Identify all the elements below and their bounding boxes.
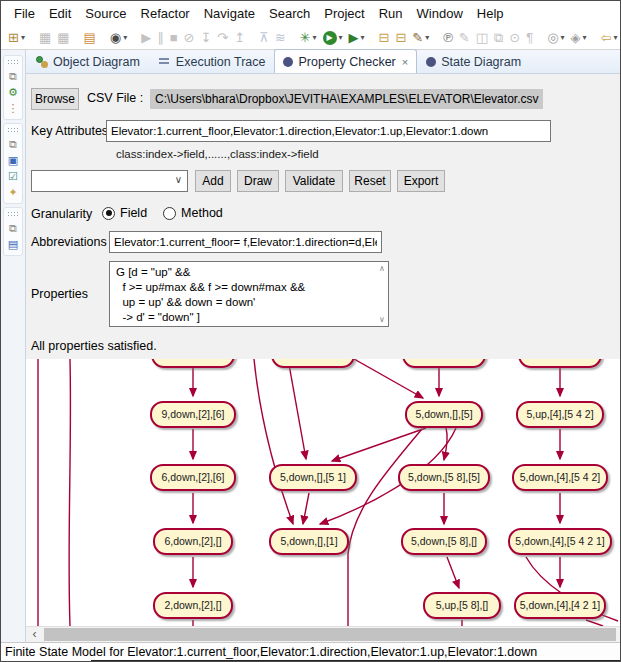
tasks-view-icon[interactable]: ☑	[4, 168, 22, 184]
radio-field-control[interactable]	[102, 207, 115, 220]
add-button[interactable]: Add	[195, 170, 231, 192]
reset-button[interactable]: Reset	[349, 170, 391, 192]
dropdown-caret-icon[interactable]: ▾	[21, 33, 25, 42]
browse-button[interactable]: Browse	[31, 88, 79, 110]
state-node[interactable]: 5,down,[4],[4 2 1]	[514, 592, 606, 619]
state-node[interactable]: 5,down,[],[1]	[269, 528, 349, 555]
step-over-button[interactable]: ↷	[215, 28, 230, 48]
pin-button[interactable]: ⊙	[507, 28, 522, 48]
properties-scrollbar[interactable]: ∧ ∨	[375, 262, 389, 326]
radio-field[interactable]: Field	[102, 206, 147, 220]
edit-disabled-button[interactable]: ✎	[457, 28, 472, 48]
scroll-left-icon[interactable]: ‹	[26, 627, 43, 642]
state-node[interactable]: 2,down,[2],[]	[153, 592, 233, 619]
property-select[interactable]: ∨	[31, 170, 188, 192]
menu-project[interactable]: Project	[317, 4, 371, 23]
close-icon[interactable]: ×	[402, 56, 408, 68]
state-node[interactable]: 5,down,[4],[5 4 2]	[512, 464, 608, 491]
dropdown-caret-icon[interactable]: ▾	[425, 33, 429, 42]
open-folder-alt-button[interactable]: ⊟	[393, 28, 408, 48]
dropdown-caret-icon[interactable]: ▾	[361, 33, 365, 42]
tab-state-diagram[interactable]: State Diagram	[417, 49, 530, 73]
key-button[interactable]: ℗	[441, 28, 455, 48]
restore-view-icon[interactable]: ⧉	[4, 68, 22, 84]
breakpoints-view-icon[interactable]: ⋮	[4, 100, 22, 116]
dropdown-caret-icon[interactable]: ▾	[123, 33, 127, 42]
radio-method-control[interactable]	[163, 207, 176, 220]
state-node-partial[interactable]	[402, 359, 486, 368]
dropdown-caret-icon[interactable]: ▾	[561, 33, 565, 42]
mark-occurrences-button[interactable]: ◎▾	[545, 28, 566, 48]
state-node-partial[interactable]	[518, 359, 602, 368]
properties-textarea[interactable]: G [d = "up" && f >= up#max && f >= down#…	[109, 261, 389, 327]
dropdown-caret-icon[interactable]: ▾	[614, 33, 618, 42]
step-into-button[interactable]: ↧	[198, 28, 213, 48]
new-wizard-button[interactable]: ⊞▾	[6, 28, 27, 48]
state-node[interactable]: 5,down,[],[5]	[405, 401, 483, 428]
draw-button[interactable]: Draw	[237, 170, 279, 192]
profile-button[interactable]: ◉▾	[108, 28, 129, 48]
data-file-button[interactable]: ▤	[82, 28, 98, 48]
open-folder-button[interactable]: ⊟	[377, 28, 392, 48]
key-attributes-input[interactable]	[106, 120, 551, 142]
scroll-down-icon[interactable]: ∨	[379, 315, 385, 324]
horizontal-scrollbar[interactable]: ‹	[26, 626, 621, 642]
state-node[interactable]: 5,up,[5 8],[]	[423, 592, 501, 619]
back-button[interactable]: ⇦▾	[599, 28, 620, 48]
state-node[interactable]: 5,down,[5 8],[]	[401, 528, 487, 555]
menu-help[interactable]: Help	[470, 4, 511, 23]
console-view-icon[interactable]: ▣	[4, 152, 22, 168]
whitespace-button[interactable]: ¶	[524, 28, 535, 48]
state-node-partial[interactable]	[271, 359, 355, 368]
watch-button[interactable]: ◫	[474, 28, 490, 48]
state-node-partial[interactable]	[151, 359, 235, 368]
menu-edit[interactable]: Edit	[42, 4, 78, 23]
paintbrush-button[interactable]: ✎▾	[410, 28, 431, 48]
tab-object-diagram[interactable]: Object Diagram	[26, 49, 149, 73]
debug-button[interactable]: ✳▾	[298, 28, 319, 48]
state-node[interactable]: 5,up,[4],[5 4 2]	[516, 401, 604, 428]
view-stack-handle[interactable]	[7, 59, 20, 65]
state-node[interactable]: 5,down,[4],[5 4 2 1]	[508, 528, 612, 555]
debug-view-icon[interactable]: ⚙	[4, 84, 22, 100]
menu-window[interactable]: Window	[410, 4, 470, 23]
step-return-button[interactable]: ↥	[232, 28, 247, 48]
state-node[interactable]: 5,down,[5 8],[5]	[398, 464, 490, 491]
save-all-button[interactable]: ▦	[55, 28, 71, 48]
view-stack-handle[interactable]	[7, 211, 20, 217]
radio-method[interactable]: Method	[163, 206, 223, 220]
validate-button[interactable]: Validate	[285, 170, 343, 192]
menu-navigate[interactable]: Navigate	[197, 4, 262, 23]
menu-source[interactable]: Source	[78, 4, 133, 23]
scroll-up-icon[interactable]: ∧	[379, 264, 385, 273]
step-filters-button[interactable]: ≋	[273, 28, 288, 48]
menu-run[interactable]: Run	[372, 4, 410, 23]
search-view-icon[interactable]: ✦	[4, 184, 22, 200]
skip-breakpoints-button[interactable]: ⊘	[182, 28, 197, 48]
pause-button[interactable]: ∥	[155, 28, 166, 48]
menu-refactor[interactable]: Refactor	[134, 4, 197, 23]
drop-to-frame-button[interactable]: ⊼	[257, 28, 271, 48]
menu-search[interactable]: Search	[262, 4, 317, 23]
scrollbar-thumb[interactable]	[44, 628, 616, 641]
menu-file[interactable]: File	[7, 4, 42, 23]
state-node[interactable]: 6,down,[2],[]	[153, 528, 233, 555]
link-editor-button[interactable]: ⧉	[492, 28, 505, 48]
tab-execution-trace[interactable]: Execution Trace	[149, 49, 275, 73]
run-button[interactable]: ▶▾	[321, 28, 345, 48]
stop-button[interactable]: ■	[168, 28, 180, 48]
save-button[interactable]: ▦	[37, 28, 53, 48]
state-node[interactable]: 6,down,[2],[6]	[150, 464, 236, 491]
dropdown-caret-icon[interactable]: ▾	[312, 33, 316, 42]
annotations-button[interactable]: ◈▾	[569, 28, 589, 48]
dropdown-caret-icon[interactable]: ▾	[339, 33, 343, 42]
dropdown-caret-icon[interactable]: ▾	[583, 33, 587, 42]
abbreviations-input[interactable]	[109, 231, 382, 253]
coverage-button[interactable]: ▶▾	[347, 28, 367, 48]
state-node[interactable]: 9,down,[2],[6]	[150, 401, 236, 428]
tab-property-checker[interactable]: Property Checker×	[274, 49, 417, 73]
view-stack-handle[interactable]	[7, 127, 20, 133]
state-node[interactable]: 5,down,[],[5 1]	[269, 464, 357, 491]
restore-view-icon[interactable]: ⧉	[4, 136, 22, 152]
export-button[interactable]: Export	[397, 170, 445, 192]
